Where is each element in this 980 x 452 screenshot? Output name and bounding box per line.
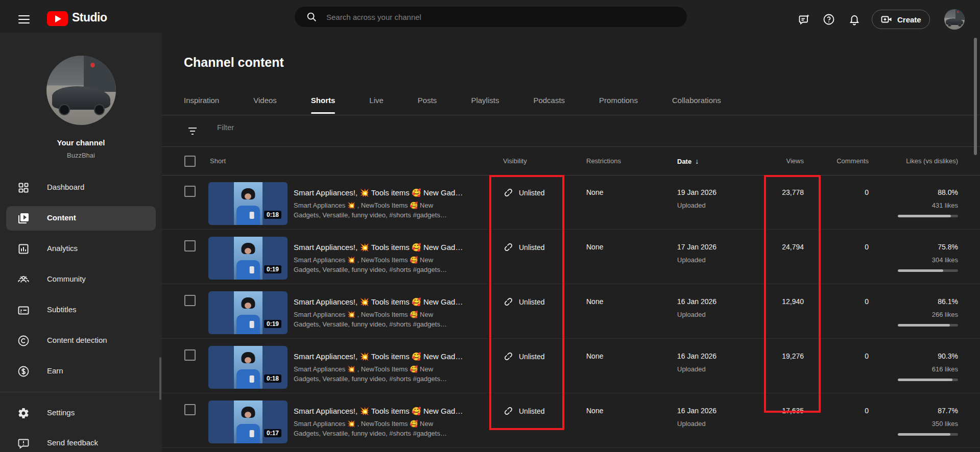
youtube-logo-icon[interactable] [47, 11, 68, 26]
likes-percent: 86.1% [938, 297, 958, 306]
channel-avatar[interactable] [46, 56, 116, 125]
row-checkbox[interactable] [184, 186, 196, 197]
likes-count: 431 likes [932, 202, 958, 209]
visibility-cell[interactable]: Unlisted [503, 296, 545, 307]
tab[interactable]: Shorts [311, 96, 336, 114]
row-checkbox[interactable] [184, 349, 196, 361]
top-bar: Studio Create [0, 0, 980, 33]
menu-icon[interactable] [18, 15, 30, 23]
row-checkbox[interactable] [184, 240, 196, 252]
account-avatar[interactable] [944, 9, 965, 30]
sort-descending-icon: ↓ [695, 157, 699, 165]
column-header-views[interactable]: Views [786, 157, 804, 165]
short-row[interactable]: 0:19 Smart Appliances!, 💥 Tools items 🥰 … [162, 230, 980, 284]
tab[interactable]: Collaborations [672, 96, 721, 114]
visibility-cell[interactable]: Unlisted [503, 242, 545, 253]
column-header-date[interactable]: Date↓ [677, 157, 699, 165]
visibility-cell[interactable]: Unlisted [503, 351, 545, 362]
short-thumbnail[interactable]: 0:17 [208, 400, 288, 443]
sidebar-item-content-detection[interactable]: Content detection [0, 329, 162, 353]
visibility-label: Unlisted [519, 189, 545, 197]
sidebar-item-content[interactable]: Content [0, 206, 162, 231]
visibility-cell[interactable]: Unlisted [503, 406, 545, 416]
tab[interactable]: Posts [418, 96, 437, 114]
short-thumbnail[interactable]: 0:19 [208, 291, 288, 334]
sidebar-item-send-feedback[interactable]: Send feedback [0, 431, 162, 452]
content-scrollbar[interactable] [974, 38, 977, 155]
date-status: Uploaded [677, 420, 706, 428]
short-description: Smart Appliances 💥 , NewTools Items 🥰 Ne… [294, 201, 470, 220]
tab[interactable]: Playlists [471, 96, 499, 114]
date-status: Uploaded [677, 365, 706, 373]
column-header-comments[interactable]: Comments [836, 157, 869, 165]
youtube-studio-page: Studio Create [0, 0, 980, 452]
sidebar-scrollbar[interactable] [159, 357, 161, 400]
tab[interactable]: Live [369, 96, 384, 114]
short-thumbnail[interactable]: 0:18 [208, 182, 288, 225]
search-icon [306, 11, 317, 22]
short-title[interactable]: Smart Appliances!, 💥 Tools items 🥰 New G… [294, 243, 494, 252]
row-checkbox[interactable] [184, 295, 196, 306]
sidebar-item-community[interactable]: Community [0, 267, 162, 292]
tab[interactable]: Videos [253, 96, 277, 114]
notifications-icon[interactable] [848, 13, 861, 26]
create-video-icon [880, 13, 893, 26]
likes-count: 304 likes [932, 256, 958, 264]
whats-new-icon[interactable] [798, 13, 810, 26]
likes-percent: 87.7% [938, 407, 958, 415]
sidebar-item-analytics[interactable]: Analytics [0, 237, 162, 261]
short-title[interactable]: Smart Appliances!, 💥 Tools items 🥰 New G… [294, 352, 494, 361]
search-input[interactable] [325, 12, 687, 22]
dollar-icon [17, 365, 30, 378]
help-icon[interactable] [823, 13, 835, 26]
filter-icon [186, 125, 199, 137]
short-title[interactable]: Smart Appliances!, 💥 Tools items 🥰 New G… [294, 297, 494, 307]
date-cell: 17 Jan 2026 [677, 243, 716, 251]
create-button[interactable]: Create [872, 10, 930, 29]
tab[interactable]: Podcasts [533, 96, 565, 114]
main-content: Channel content Inspiration Videos Short… [162, 33, 980, 452]
short-row[interactable]: 0:18 Smart Appliances!, 💥 Tools items 🥰 … [162, 175, 980, 230]
likes-ratio-bar [898, 269, 958, 272]
tabs-divider [162, 115, 980, 115]
tab[interactable]: Inspiration [184, 96, 219, 114]
column-header-visibility: Visibility [503, 157, 527, 165]
duration-badge: 0:18 [264, 211, 281, 219]
sidebar-item-dashboard[interactable]: Dashboard [0, 175, 162, 200]
short-description: Smart Appliances 💥 , NewTools Items 🥰 Ne… [294, 419, 470, 438]
sidebar-item-earn[interactable]: Earn [0, 359, 162, 384]
column-header-likes[interactable]: Likes (vs dislikes) [906, 157, 958, 165]
likes-ratio-bar [898, 433, 958, 436]
search-bar[interactable] [295, 7, 687, 27]
content-icon [17, 212, 30, 224]
content-tabs: Inspiration Videos Shorts Live Posts [184, 96, 721, 114]
likes-ratio-bar [898, 379, 958, 381]
date-cell: 19 Jan 2026 [677, 188, 716, 196]
create-label: Create [897, 15, 921, 24]
short-thumbnail[interactable]: 0:18 [208, 346, 288, 389]
comments-cell: 0 [865, 297, 869, 306]
filter-input[interactable] [216, 122, 576, 132]
visibility-cell[interactable]: Unlisted [503, 187, 545, 198]
visibility-label: Unlisted [519, 353, 545, 361]
short-thumbnail[interactable]: 0:19 [208, 237, 288, 280]
visibility-label: Unlisted [519, 243, 545, 252]
tab[interactable]: Promotions [599, 96, 638, 114]
duration-badge: 0:17 [264, 429, 281, 437]
sidebar-item-settings[interactable]: Settings [0, 401, 162, 425]
studio-brand[interactable]: Studio [72, 11, 107, 24]
short-row[interactable]: 0:19 Smart Appliances!, 💥 Tools items 🥰 … [162, 284, 980, 339]
feedback-icon [17, 437, 30, 449]
short-title[interactable]: Smart Appliances!, 💥 Tools items 🥰 New G… [294, 188, 494, 197]
duration-badge: 0:19 [264, 265, 281, 273]
subtitles-icon [17, 304, 30, 316]
select-all-checkbox[interactable] [184, 156, 196, 167]
likes-percent: 75.8% [938, 243, 958, 251]
short-row[interactable]: 0:18 Smart Appliances!, 💥 Tools items 🥰 … [162, 339, 980, 393]
likes-count: 266 likes [932, 311, 958, 318]
short-title[interactable]: Smart Appliances!, 💥 Tools items 🥰 New G… [294, 407, 494, 416]
short-row[interactable]: 0:17 Smart Appliances!, 💥 Tools items 🥰 … [162, 393, 980, 448]
row-checkbox[interactable] [184, 404, 196, 415]
sidebar-item-subtitles[interactable]: Subtitles [0, 298, 162, 322]
date-status: Uploaded [677, 202, 706, 209]
